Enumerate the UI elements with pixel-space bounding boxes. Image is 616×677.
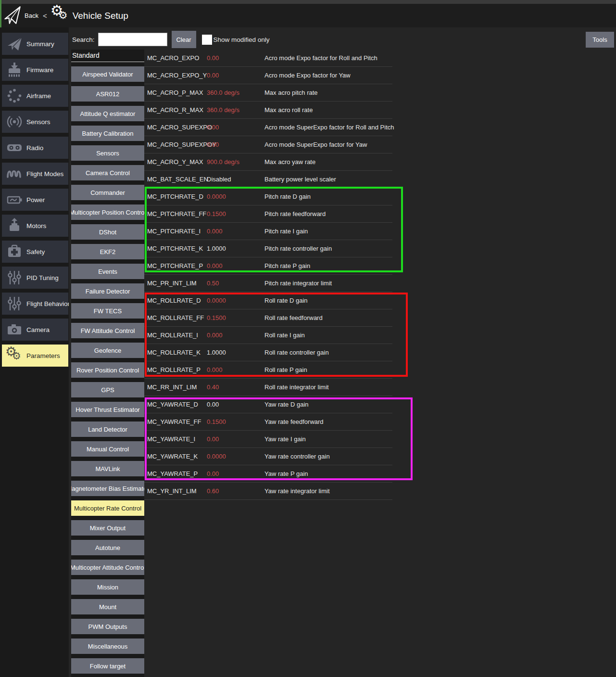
parameter-row[interactable]: MC_ACRO_Y_MAX 900.0 deg/s Max acro yaw r… [144, 153, 392, 171]
category-button[interactable]: Failure Detector [71, 283, 144, 299]
parameter-value: 0.1500 [207, 210, 264, 217]
category-button[interactable]: Manual Control [71, 441, 144, 457]
parameter-row[interactable]: MC_RR_INT_LIM 0.40 Roll rate integrator … [144, 379, 392, 396]
sidebar-item-label: Parameters [26, 352, 60, 359]
parameter-name: MC_ROLLRATE_P [144, 366, 207, 373]
sidebar-item-parameters[interactable]: ⚙⚙ Parameters [2, 345, 68, 367]
parameter-row[interactable]: MC_ROLLRATE_D 0.0000 Roll rate D gain [144, 292, 392, 309]
category-button[interactable]: Mixer Output [71, 520, 144, 536]
category-button[interactable]: Commander [71, 185, 144, 200]
parameter-row[interactable]: MC_PITCHRATE_P 0.000 Pitch rate P gain [144, 257, 392, 275]
parameter-row[interactable]: MC_ACRO_EXPO_Y 0.00 Acro mode Expo facto… [144, 67, 392, 84]
parameter-row[interactable]: MC_YR_INT_LIM 0.60 Yaw rate integrator l… [144, 483, 392, 500]
parameter-row[interactable]: MC_ROLLRATE_FF 0.1500 Roll rate feedforw… [144, 309, 392, 327]
category-column: Standard Airspeed Validator ASR012 Attit… [71, 50, 144, 677]
sidebar-item-safety[interactable]: Safety [2, 241, 68, 263]
sidebar-item-pid-tuning[interactable]: PID Tuning [2, 267, 68, 289]
parameter-row[interactable]: MC_ACRO_SUPEXPO 0.00 Acro mode SuperExpo… [144, 119, 392, 136]
parameter-row[interactable]: MC_ROLLRATE_I 0.000 Roll rate I gain [144, 327, 392, 344]
sidebar-item-motors[interactable]: Motors [2, 215, 68, 237]
sidebar-item-label: Summary [26, 40, 54, 48]
sidebar-item-firmware[interactable]: Firmware [2, 59, 68, 81]
parameter-row[interactable]: MC_ROLLRATE_P 0.000 Roll rate P gain [144, 361, 392, 379]
sidebar-item-radio[interactable]: Radio [2, 137, 68, 159]
category-button[interactable]: Autotune [71, 540, 144, 555]
category-button[interactable]: Airspeed Validator [71, 66, 144, 82]
parameter-name: MC_YAWRATE_P [144, 470, 207, 477]
parameter-row[interactable]: MC_BAT_SCALE_EN Disabled Battery power l… [144, 171, 392, 188]
parameter-value: 0.1500 [207, 418, 264, 425]
parameter-description: Pitch rate feedforward [264, 210, 326, 217]
parameter-row[interactable]: MC_ROLLRATE_K 1.0000 Roll rate controlle… [144, 344, 392, 361]
motor-icon [5, 217, 24, 234]
parameter-row[interactable]: MC_PITCHRATE_D 0.0000 Pitch rate D gain [144, 188, 392, 205]
parameter-row[interactable]: MC_PR_INT_LIM 0.50 Pitch rate integrator… [144, 275, 392, 292]
titlebar: Back < ⚙ ⚙ Vehicle Setup [0, 4, 616, 27]
category-button[interactable]: DShot [71, 224, 144, 240]
category-button[interactable]: Multicopter Rate Control [71, 500, 144, 516]
category-button[interactable]: GPS [71, 382, 144, 397]
category-button[interactable]: Hover Thrust Estimator [71, 402, 144, 417]
parameter-name: MC_YAWRATE_I [144, 435, 207, 443]
category-button[interactable]: MAVLink [71, 461, 144, 476]
parameter-row[interactable]: MC_YAWRATE_D 0.00 Yaw rate D gain [144, 396, 392, 413]
category-button[interactable]: Events [71, 264, 144, 279]
parameter-row[interactable]: MC_ACRO_SUPEXPOY 0.00 Acro mode SuperExp… [144, 136, 392, 153]
category-label: Multicopter Attitude Control [71, 564, 144, 571]
parameter-name: MC_YAWRATE_FF [144, 418, 207, 425]
parameter-row[interactable]: MC_ACRO_EXPO 0.00 Acro mode Expo factor … [144, 50, 392, 67]
sliders-icon [5, 269, 24, 286]
category-button[interactable]: EKF2 [71, 244, 144, 259]
parameter-row[interactable]: MC_PITCHRATE_K 1.0000 Pitch rate control… [144, 240, 392, 257]
category-button[interactable]: FW Attitude Control [71, 323, 144, 338]
sidebar-item-sensors[interactable]: Sensors [2, 111, 68, 133]
category-button[interactable]: Follow target [71, 658, 144, 674]
category-button[interactable]: Multicopter Position Control [71, 204, 144, 220]
app-logo-paper-plane-icon[interactable] [4, 5, 21, 26]
category-button[interactable]: FW TECS [71, 303, 144, 319]
parameter-row[interactable]: MC_PITCHRATE_FF 0.1500 Pitch rate feedfo… [144, 205, 392, 223]
category-button[interactable]: Rover Position Control [71, 362, 144, 378]
sidebar-item-camera[interactable]: Camera [2, 319, 68, 341]
search-label: Search: [72, 36, 95, 43]
parameter-row[interactable]: MC_ACRO_R_MAX 360.0 deg/s Max acro roll … [144, 102, 392, 119]
search-input[interactable] [98, 33, 167, 46]
category-button[interactable]: Geofence [71, 343, 144, 358]
sidebar-item-flight-modes[interactable]: Flight Modes [2, 163, 68, 185]
category-button[interactable]: Battery Calibration [71, 126, 144, 141]
category-button[interactable]: Magnetometer Bias Estimator [71, 481, 144, 496]
category-button[interactable]: ASR012 [71, 86, 144, 102]
parameters-content: Search: Clear Show modified only Tools S… [69, 27, 616, 677]
parameter-description: Yaw rate controller gain [264, 453, 330, 460]
parameter-name: MC_ACRO_P_MAX [144, 89, 207, 96]
parameter-row[interactable]: MC_YAWRATE_I 0.00 Yaw rate I gain [144, 431, 392, 448]
sidebar-item-power[interactable]: Power [2, 189, 68, 211]
back-button[interactable]: Back [25, 12, 38, 19]
vehicle-setup-window: Back < ⚙ ⚙ Vehicle Setup Summary Firmwar… [0, 0, 616, 677]
category-button[interactable]: Mount [71, 599, 144, 614]
tools-button[interactable]: Tools [586, 32, 614, 48]
parameter-row[interactable]: MC_YAWRATE_FF 0.1500 Yaw rate feedforwar… [144, 413, 392, 431]
category-button[interactable]: PWM Outputs [71, 619, 144, 634]
parameter-row[interactable]: MC_YAWRATE_K 0.0000 Yaw rate controller … [144, 448, 392, 465]
category-button[interactable]: Sensors [71, 145, 144, 161]
category-button[interactable]: Mission [71, 579, 144, 595]
category-button[interactable]: Camera Control [71, 165, 144, 180]
parameter-name: MC_ROLLRATE_FF [144, 314, 207, 321]
sidebar-item-flight-behavior[interactable]: Flight Behavior [2, 293, 68, 315]
parameter-row[interactable]: MC_PITCHRATE_I 0.000 Pitch rate I gain [144, 223, 392, 240]
parameter-row[interactable]: MC_YAWRATE_P 0.00 Yaw rate P gain [144, 465, 392, 483]
sidebar-item-summary[interactable]: Summary [2, 33, 68, 55]
parameter-description: Pitch rate D gain [264, 193, 311, 200]
parameter-row[interactable]: MC_ACRO_P_MAX 360.0 deg/s Max acro pitch… [144, 84, 392, 102]
parameter-value: 0.00 [207, 401, 264, 408]
sidebar-item-airframe[interactable]: Airframe [2, 85, 68, 107]
parameter-description: Acro mode SuperExpo factor for Roll and … [264, 124, 394, 131]
parameter-value: 0.40 [207, 383, 264, 391]
category-button[interactable]: Miscellaneous [71, 639, 144, 654]
category-button[interactable]: Land Detector [71, 422, 144, 437]
show-modified-checkbox[interactable] [202, 35, 212, 45]
category-button[interactable]: Attitude Q estimator [71, 106, 144, 121]
category-button[interactable]: Multicopter Attitude Control [71, 560, 144, 575]
clear-button[interactable]: Clear [172, 31, 196, 48]
